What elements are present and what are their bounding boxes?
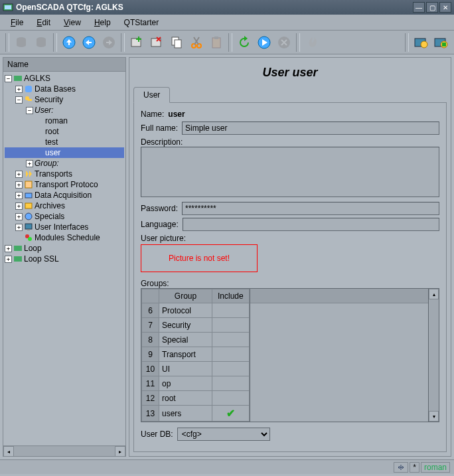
scroll-left-icon[interactable]: ◂ bbox=[3, 446, 14, 457]
svg-rect-1 bbox=[5, 5, 11, 9]
name-label: Name: bbox=[141, 110, 164, 119]
tree-user-group[interactable]: −User: bbox=[5, 105, 124, 116]
collapse-icon[interactable]: − bbox=[15, 96, 23, 104]
scroll-right-icon[interactable]: ▸ bbox=[115, 446, 125, 457]
svg-rect-24 bbox=[14, 76, 22, 81]
tree-user-interfaces[interactable]: +User Interfaces bbox=[5, 222, 124, 232]
expand-icon[interactable]: + bbox=[5, 245, 12, 252]
refresh-icon[interactable] bbox=[235, 33, 254, 52]
expand-icon[interactable]: + bbox=[15, 224, 23, 231]
picture-label: User picture: bbox=[141, 234, 186, 243]
fullname-label: Full name: bbox=[141, 123, 178, 133]
collapse-icon[interactable]: − bbox=[26, 107, 33, 114]
svg-rect-23 bbox=[442, 42, 446, 46]
copy-icon[interactable] bbox=[167, 33, 186, 52]
cut-icon[interactable] bbox=[187, 33, 206, 52]
table-row[interactable]: 11op bbox=[142, 376, 250, 391]
expand-icon[interactable]: + bbox=[15, 202, 23, 210]
expand-icon[interactable]: + bbox=[15, 171, 23, 178]
userdb-select[interactable]: <cfg> bbox=[177, 428, 270, 441]
minimize-button[interactable]: — bbox=[413, 2, 425, 13]
expand-icon[interactable]: + bbox=[26, 160, 33, 167]
tree-user-test[interactable]: test bbox=[5, 137, 124, 147]
paste-icon bbox=[207, 33, 226, 52]
expand-icon[interactable]: + bbox=[15, 213, 23, 220]
svg-rect-12 bbox=[175, 40, 181, 48]
tree-user-root[interactable]: root bbox=[5, 126, 124, 137]
svg-rect-15 bbox=[212, 38, 220, 48]
expand-icon[interactable]: + bbox=[15, 181, 23, 189]
close-button[interactable]: ✕ bbox=[439, 2, 451, 13]
table-row[interactable]: 9Transport bbox=[142, 347, 250, 362]
scroll-down-icon[interactable]: ▾ bbox=[429, 411, 439, 422]
specials-icon bbox=[24, 212, 33, 221]
tree-databases[interactable]: +Data Bases bbox=[5, 84, 124, 94]
status-user[interactable]: roman bbox=[421, 462, 450, 473]
svg-rect-36 bbox=[14, 246, 22, 251]
item-add-icon[interactable] bbox=[127, 33, 146, 52]
svg-rect-29 bbox=[25, 193, 32, 198]
description-input[interactable] bbox=[141, 147, 439, 197]
tree-loop[interactable]: +Loop bbox=[5, 243, 124, 254]
password-input[interactable] bbox=[182, 202, 439, 215]
col-group[interactable]: Group bbox=[159, 289, 212, 303]
col-include[interactable]: Include bbox=[212, 289, 250, 303]
station-icon bbox=[13, 254, 23, 264]
table-row[interactable]: 12root bbox=[142, 391, 250, 406]
expand-icon[interactable]: + bbox=[15, 86, 23, 93]
tree-security[interactable]: −Security bbox=[5, 94, 124, 105]
stop-icon bbox=[275, 33, 293, 52]
tab-user[interactable]: User bbox=[133, 87, 170, 103]
maximize-button[interactable]: ▢ bbox=[426, 2, 438, 13]
run-icon[interactable] bbox=[255, 33, 273, 52]
item-delete-icon[interactable] bbox=[147, 33, 166, 52]
tree-hscroll[interactable]: ◂ ▸ bbox=[3, 445, 125, 456]
tree-root[interactable]: −AGLKS bbox=[5, 73, 124, 84]
expand-icon[interactable]: + bbox=[15, 192, 23, 199]
db-icon bbox=[24, 84, 33, 94]
picture-box[interactable]: Picture is not set! bbox=[141, 244, 258, 272]
tree-body[interactable]: −AGLKS +Data Bases −Security −User: roma… bbox=[3, 72, 125, 445]
tree-transports[interactable]: +Transports bbox=[5, 169, 124, 179]
tree-group-group[interactable]: +Group: bbox=[5, 158, 124, 169]
nav-back-icon[interactable] bbox=[80, 33, 98, 52]
tree-archives[interactable]: +Archives bbox=[5, 200, 124, 211]
ui-icon bbox=[24, 222, 33, 232]
collapse-icon[interactable]: − bbox=[5, 75, 12, 82]
daq-icon bbox=[24, 191, 33, 200]
config-icon-2[interactable] bbox=[431, 33, 450, 52]
tree-user-roman[interactable]: roman bbox=[5, 116, 124, 126]
tree-modules-sched[interactable]: Modules Schedule bbox=[5, 232, 124, 243]
tree-specials[interactable]: +Specials bbox=[5, 211, 124, 222]
tree-transport-protocols[interactable]: +Transport Protoco bbox=[5, 179, 124, 190]
password-label: Password: bbox=[141, 204, 178, 213]
groups-table[interactable]: GroupInclude 6Protocol7Security8Special9… bbox=[141, 288, 250, 422]
nav-forward-icon bbox=[100, 33, 118, 52]
userdb-label: User DB: bbox=[141, 430, 173, 439]
nav-up-icon[interactable] bbox=[60, 33, 78, 52]
table-row[interactable]: 8Special bbox=[142, 333, 250, 347]
groups-vscroll[interactable]: ▴ ▾ bbox=[429, 288, 439, 422]
table-row[interactable]: 6Protocol bbox=[142, 303, 250, 318]
menu-qtstarter[interactable]: QTStarter bbox=[119, 17, 165, 29]
config-icon-1[interactable] bbox=[412, 33, 430, 52]
window-title: OpenSCADA QTCfg: AGLKS bbox=[16, 3, 413, 12]
table-row[interactable]: 13users✔ bbox=[142, 406, 250, 422]
tree-user-user[interactable]: user bbox=[5, 147, 124, 158]
app-icon bbox=[3, 2, 13, 13]
tree-loop-ssl[interactable]: +Loop SSL bbox=[5, 254, 124, 264]
fullname-input[interactable] bbox=[182, 121, 439, 135]
language-input[interactable] bbox=[183, 218, 439, 231]
expand-icon[interactable]: + bbox=[5, 256, 12, 263]
tree-data-acq[interactable]: +Data Acquisition bbox=[5, 190, 124, 200]
menu-file[interactable]: File bbox=[5, 17, 29, 29]
menu-view[interactable]: View bbox=[58, 17, 86, 29]
table-row[interactable]: 7Security bbox=[142, 318, 250, 333]
menu-help[interactable]: Help bbox=[89, 17, 116, 29]
table-row[interactable]: 10UI bbox=[142, 362, 250, 376]
status-resize-icon[interactable] bbox=[394, 462, 408, 473]
protocol-icon bbox=[24, 180, 33, 189]
station-icon bbox=[13, 244, 23, 253]
menu-edit[interactable]: Edit bbox=[31, 17, 56, 29]
scroll-up-icon[interactable]: ▴ bbox=[429, 289, 439, 299]
